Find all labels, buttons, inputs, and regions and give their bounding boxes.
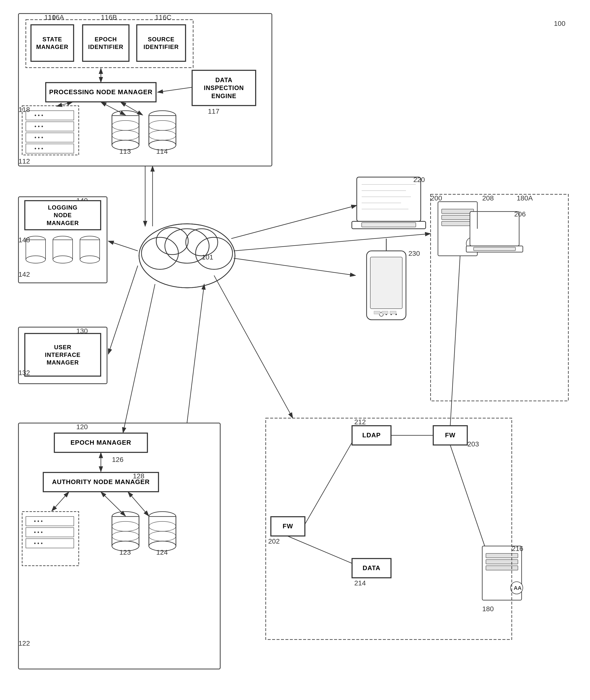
ref-202: 202 [268, 538, 280, 545]
ref-142: 142 [18, 270, 30, 278]
svg-text:• • •: • • • [34, 134, 43, 140]
svg-line-144 [108, 266, 138, 354]
svg-text:• • •: • • • [34, 529, 42, 535]
svg-point-54 [186, 229, 218, 256]
svg-point-90 [112, 521, 139, 531]
ref-180a: 180A [517, 194, 533, 202]
svg-line-143 [108, 241, 138, 251]
svg-text:• • •: • • • [34, 540, 42, 546]
svg-rect-11 [26, 122, 74, 131]
svg-line-149 [214, 275, 293, 418]
svg-line-156 [450, 445, 485, 546]
svg-text:• • •: • • • [34, 123, 43, 129]
ref-116a: 116A [48, 13, 64, 21]
svg-text:AA: AA [470, 241, 477, 247]
svg-point-49 [139, 224, 235, 288]
svg-point-113 [379, 312, 383, 316]
svg-point-44 [143, 239, 177, 268]
ref-116b: 116B [101, 13, 117, 21]
ref-123: 123 [119, 549, 131, 556]
svg-point-30 [149, 121, 176, 130]
ref-200: 200 [430, 194, 442, 202]
logging-node-manager-box: LOGGINGNODEMANAGER [25, 201, 101, 230]
svg-line-148 [234, 234, 430, 251]
data-box: DATA [352, 558, 391, 578]
svg-rect-124 [441, 221, 474, 226]
svg-point-23 [112, 121, 139, 130]
ref-117: 117 [208, 108, 219, 115]
svg-rect-79 [26, 516, 74, 526]
svg-line-146 [231, 205, 357, 239]
svg-rect-118 [382, 311, 388, 314]
svg-point-43 [141, 226, 233, 286]
svg-text:• • •: • • • [34, 112, 43, 118]
svg-rect-103 [352, 221, 426, 229]
ref-113: 113 [119, 147, 131, 155]
svg-point-18 [112, 111, 139, 121]
ldap-box: LDAP [352, 426, 391, 445]
ref-122: 122 [18, 639, 30, 648]
svg-point-64 [53, 256, 73, 263]
ref-101: 101 [202, 253, 213, 261]
svg-rect-81 [26, 539, 74, 548]
ref-206: 206 [514, 210, 526, 218]
svg-rect-132 [486, 560, 518, 564]
svg-line-34 [101, 102, 125, 115]
ref-132: 132 [18, 369, 30, 377]
svg-point-59 [26, 256, 45, 263]
ref-212: 212 [354, 418, 366, 426]
ref-203: 203 [468, 440, 479, 448]
svg-rect-102 [357, 177, 421, 221]
svg-rect-123 [441, 215, 474, 220]
svg-point-41 [156, 228, 188, 255]
svg-point-46 [167, 230, 207, 261]
svg-rect-117 [374, 311, 380, 314]
svg-point-47 [158, 229, 187, 253]
svg-line-33 [158, 87, 192, 92]
svg-point-39 [196, 237, 232, 269]
svg-line-153 [450, 256, 460, 426]
svg-rect-128 [466, 246, 523, 252]
ref-112: 112 [18, 157, 30, 165]
ref-230: 230 [408, 250, 420, 257]
svg-line-155 [288, 536, 352, 563]
svg-rect-133 [486, 566, 518, 570]
svg-line-36 [57, 102, 73, 106]
ref-216: 216 [512, 545, 523, 553]
svg-point-125 [466, 237, 479, 250]
ref-148: 148 [18, 236, 30, 244]
svg-rect-93 [149, 516, 176, 546]
svg-rect-119 [390, 311, 396, 314]
svg-rect-130 [482, 546, 521, 600]
svg-rect-26 [149, 116, 176, 145]
ref-220: 220 [413, 176, 425, 184]
svg-point-62 [53, 236, 73, 243]
svg-rect-110 [367, 251, 406, 320]
epoch-identifier-box: EPOCHIDENTIFIER [82, 25, 129, 62]
svg-point-48 [188, 230, 216, 254]
state-manager-box: STATEMANAGER [31, 25, 74, 62]
svg-rect-10 [26, 111, 74, 120]
svg-point-85 [112, 511, 139, 521]
svg-rect-78 [22, 511, 79, 566]
ref-100: 100 [554, 20, 565, 27]
svg-point-53 [156, 228, 188, 255]
ref-118: 118 [18, 106, 30, 114]
ref-214: 214 [354, 579, 366, 587]
svg-rect-122 [441, 209, 474, 214]
svg-point-97 [149, 521, 176, 531]
svg-rect-9 [22, 106, 79, 155]
svg-point-37 [139, 224, 235, 288]
svg-point-25 [149, 111, 176, 121]
svg-rect-80 [26, 528, 74, 537]
svg-rect-63 [53, 240, 73, 259]
ref-126: 126 [112, 456, 123, 464]
ref-180: 180 [482, 605, 494, 613]
svg-rect-68 [80, 240, 100, 259]
svg-point-92 [149, 511, 176, 521]
svg-line-150 [187, 284, 204, 423]
svg-point-114 [386, 314, 387, 315]
svg-point-51 [196, 237, 232, 269]
svg-rect-129 [474, 247, 515, 251]
svg-line-154 [305, 443, 352, 524]
